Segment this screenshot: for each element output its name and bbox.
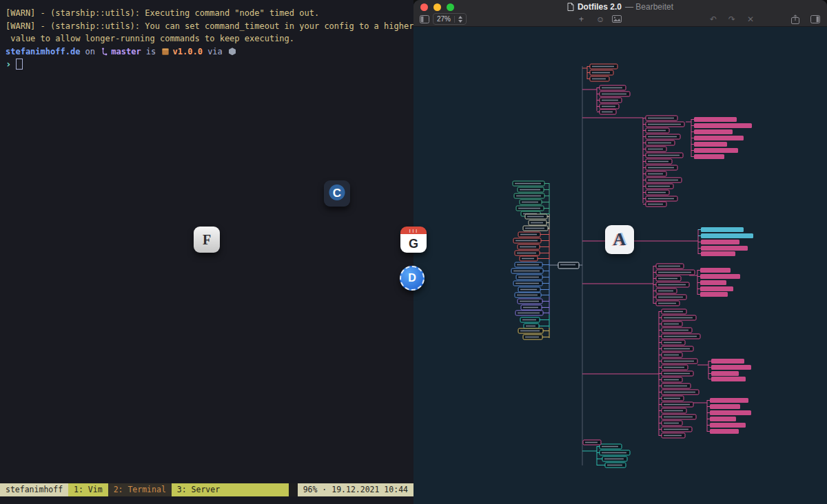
zoom-control[interactable]: 27% <box>433 13 467 25</box>
undo-glyph: ↶ <box>710 14 717 24</box>
document-icon <box>567 3 574 11</box>
undo-icon[interactable]: ↶ <box>710 14 717 24</box>
mindmap-canvas[interactable]: A <box>414 27 827 504</box>
shell-input-line[interactable]: › <box>6 58 412 71</box>
prompt-text: is <box>141 45 161 59</box>
terminal-warn-line: [WARN] - (starship::utils): Executing co… <box>6 7 412 20</box>
tmux-window-1-vim[interactable]: 1: Vim <box>68 483 108 496</box>
delete-node-icon[interactable]: ✕ <box>747 14 754 24</box>
window-toolbar: 27% + ☺ ↶ ↷ ✕ <box>414 13 827 25</box>
mindmap-graph[interactable] <box>414 27 827 504</box>
plus-glyph: + <box>579 14 584 24</box>
desktop-icon-f-app[interactable]: F <box>194 227 220 253</box>
zoom-stepper-icon[interactable] <box>454 16 462 23</box>
terminal-warn-line: [WARN] - (starship::utils): You can set … <box>6 20 412 33</box>
desktop-icon-c-app[interactable]: C <box>324 180 350 207</box>
desktop: [WARN] - (starship::utils): Executing co… <box>0 0 827 504</box>
window-title-row: Dotfiles 2.0 — Bearbeitet <box>414 1 827 12</box>
mindnode-window: Dotfiles 2.0 — Bearbeitet 27% + ☺ ↶ ↷ ✕ <box>414 0 827 504</box>
window-title: Dotfiles 2.0 <box>578 2 622 12</box>
git-branch-icon <box>101 48 108 56</box>
tmux-clock-battery: 96% · 19.12.2021 10:44 <box>298 483 414 496</box>
desktop-icon-g-app[interactable]: | | | G <box>400 227 427 253</box>
tmux-window-3-server[interactable]: 3: Server <box>172 483 289 496</box>
redo-glyph: ↷ <box>728 14 735 24</box>
inspector-toggle-icon[interactable] <box>810 14 820 24</box>
terminal-warn-line: value to allow longer-running commands t… <box>6 32 412 45</box>
icon-decoration: | | | <box>400 229 427 233</box>
prompt-branch: master <box>111 45 141 59</box>
prompt-hostname: stefanimhoff.de <box>6 45 80 59</box>
window-modified-badge: — Bearbeitet <box>625 2 673 12</box>
stickers-icon[interactable]: ☺ <box>596 14 604 24</box>
media-image-icon[interactable] <box>612 14 622 24</box>
smiley-glyph: ☺ <box>596 14 604 24</box>
package-icon <box>162 48 169 55</box>
tmux-statusbar: stefanimhoff 1: Vim 2: Terminal 3: Serve… <box>0 483 414 496</box>
nodejs-icon <box>229 48 236 55</box>
redo-icon[interactable]: ↷ <box>728 14 735 24</box>
desktop-icon-d-app[interactable]: D <box>400 266 425 291</box>
tmux-window-2-terminal[interactable]: 2: Terminal <box>108 483 172 496</box>
app-letter: C <box>333 187 341 200</box>
sidebar-toggle-icon[interactable] <box>420 14 429 24</box>
share-icon[interactable] <box>791 14 799 24</box>
app-letter: F <box>203 232 211 248</box>
app-letter: D <box>408 272 416 284</box>
mindmap-center-app-icon[interactable]: A <box>605 225 634 254</box>
zoom-level: 27% <box>437 15 451 23</box>
prompt-version: v1.0.0 <box>173 45 203 59</box>
app-letter: G <box>409 237 418 251</box>
prompt-text: via <box>203 45 227 59</box>
prompt-chevron-icon: › <box>6 58 11 71</box>
close-glyph: ✕ <box>747 14 754 24</box>
center-icon-letter: A <box>613 229 626 250</box>
prompt-text: on <box>80 45 100 59</box>
terminal-output: [WARN] - (starship::utils): Executing co… <box>6 7 412 71</box>
shell-prompt: stefanimhoff.de on master is v1.0.0 via <box>6 45 412 59</box>
tmux-session-name: stefanimhoff <box>0 483 68 496</box>
add-node-icon[interactable]: + <box>579 14 584 24</box>
terminal-cursor <box>16 59 23 70</box>
window-titlebar[interactable]: Dotfiles 2.0 — Bearbeitet 27% + ☺ ↶ ↷ ✕ <box>414 0 827 27</box>
